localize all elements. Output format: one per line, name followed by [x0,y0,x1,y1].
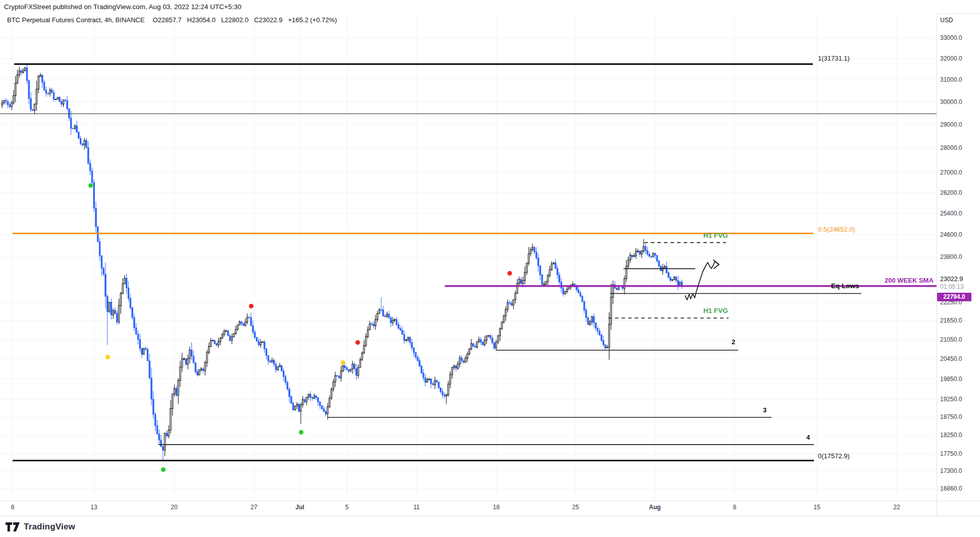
chart-pane[interactable]: BTC Perpetual Futures Contract, 4h, BINA… [0,13,937,501]
yellow-dot [341,360,345,365]
time-tick: 18 [493,504,499,511]
ohlc-item: O22857.7 [152,16,181,24]
ohlc-item: +165.2 (+0.72%) [288,16,337,24]
price-tick: 31000.0 [940,76,962,83]
time-tick: 22 [893,504,900,511]
symbol-title[interactable]: BTC Perpetual Futures Contract, 4h, BINA… [7,16,144,24]
red-dot [507,271,512,276]
time-tick: 13 [90,504,97,511]
fib-05-label: 0.5(24652.0) [818,226,855,233]
price-tick: 30000.0 [940,98,962,105]
time-tick: Jul [295,504,304,511]
green-dot [161,467,166,472]
price-tick: 26200.0 [940,189,962,196]
price-tick: 17300.0 [940,467,962,474]
price-tick: 18250.0 [940,432,962,439]
time-tick: 11 [414,504,420,511]
price-tick: 16860.0 [940,485,962,492]
price-tick: 23800.0 [940,253,962,260]
red-dot [249,304,253,308]
wave-3-label: 3 [763,406,766,414]
time-axis-divider [0,501,980,501]
brand-name: TradingView [24,522,75,532]
price-tick: 21650.0 [940,317,962,324]
tradingview-logo-icon [5,522,20,532]
fib-1-label: 1(31731.1) [818,55,850,62]
price-tick: 24600.0 [940,231,962,238]
fvg-top-label: H1 FVG [703,232,728,239]
time-tick: 20 [171,504,177,511]
ohlc-values: O22857.7H23054.0L22802.0C23022.9+165.2 (… [152,16,342,24]
price-tick: 21050.0 [940,336,962,343]
credit-bar: CryptoFXStreet published on TradingView.… [4,3,241,11]
green-dot [299,430,303,435]
footer-brand[interactable]: TradingView [5,520,75,533]
price-tick: 20450.0 [940,355,962,362]
sma-label: 200 WEEK SMA [885,277,934,284]
price-tick: 19250.0 [940,396,962,403]
fvg-bot-label: H1 FVG [703,307,728,314]
eq-lows-label: Eq Lows [831,282,859,290]
ohlc-item: L22802.0 [221,16,248,24]
time-tick: 25 [572,504,579,511]
time-tick: 5 [345,504,349,511]
time-tick: 8 [733,504,737,511]
time-tick: 27 [250,504,257,511]
price-tick: 18750.0 [940,413,962,420]
time-tick: 15 [813,504,820,511]
bottom-divider [0,516,980,516]
green-dot [88,183,93,188]
price-axis-divider [937,13,937,516]
price-tick: 28000.0 [940,144,962,151]
fib-0-label: 0(17572.9) [818,452,850,460]
yellow-dot [106,355,110,359]
tradingview-chart-page: CryptoFXStreet published on TradingView.… [0,0,980,537]
price-tick: 25400.0 [940,210,962,217]
candlestick-layer [0,13,937,501]
price-tick: 27000.0 [940,169,962,176]
price-tick: 29000.0 [940,121,962,128]
last-price-label: 23022.9 [940,276,963,283]
currency-label: USD [940,17,953,24]
time-tick: 6 [11,504,15,511]
sma-price-badge: 22794.0 [937,293,971,301]
price-tick: 19850.0 [940,375,962,383]
wave-4-label: 4 [806,434,810,441]
ohlc-item: C23022.9 [254,16,282,24]
chart-legend[interactable]: BTC Perpetual Futures Contract, 4h, BINA… [7,16,342,24]
price-tick: 32000.0 [940,55,962,62]
price-tick: 33000.0 [940,34,962,41]
time-tick: Aug [649,504,660,511]
candle-countdown: 01:05:13 [940,283,964,290]
ohlc-item: H23054.0 [187,16,216,24]
wave-2-label: 2 [732,338,735,346]
price-tick: 17750.0 [940,450,962,457]
